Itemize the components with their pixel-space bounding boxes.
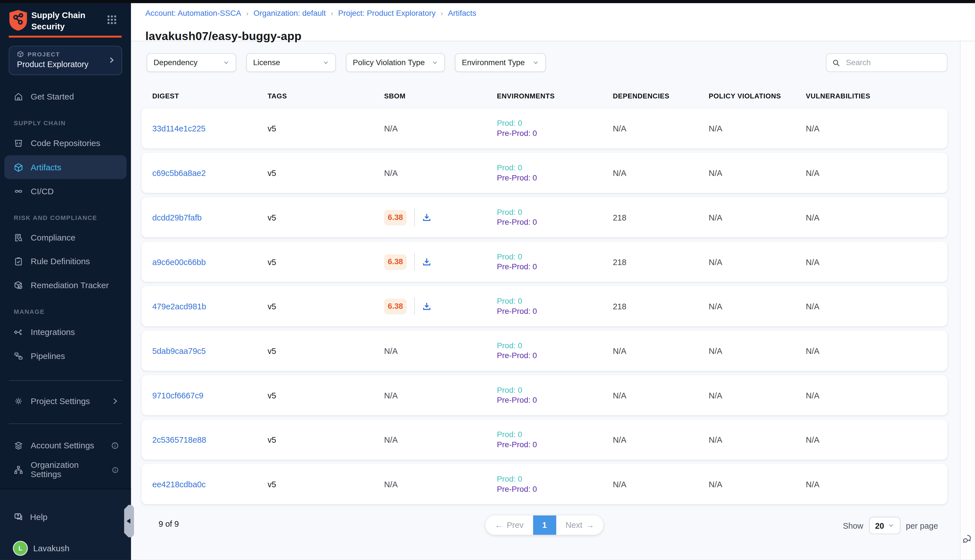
sbom-na: N/A bbox=[384, 390, 398, 400]
sidebar-item-integrations[interactable]: Integrations bbox=[5, 320, 127, 344]
env-prod: Prod: 0 bbox=[497, 207, 613, 217]
user-menu[interactable]: L Lavakush bbox=[5, 538, 127, 558]
section-label-risk-and-compliance: RISK AND COMPLIANCE bbox=[14, 214, 97, 221]
download-sbom-icon[interactable] bbox=[422, 257, 432, 267]
vulnerabilities-value: N/A bbox=[806, 302, 937, 311]
page-header: Account: Automation-SSCA › Organization:… bbox=[131, 3, 975, 41]
env-preprod: Pre-Prod: 0 bbox=[497, 395, 613, 406]
sidebar-divider bbox=[9, 380, 122, 381]
sidebar-item-artifacts[interactable]: Artifacts bbox=[5, 155, 127, 179]
policy-violations-value: N/A bbox=[709, 390, 806, 400]
env-preprod: Pre-Prod: 0 bbox=[497, 217, 613, 228]
breadcrumb-organization[interactable]: Organization: default bbox=[254, 9, 326, 17]
artifact-row: 2c5365718e88 v5 N/A Prod: 0 Pre-Prod: 0 … bbox=[142, 420, 947, 460]
environments-cell: Prod: 0 Pre-Prod: 0 bbox=[497, 252, 613, 272]
sbom-na: N/A bbox=[384, 435, 398, 444]
sidebar-collapse-handle[interactable] bbox=[124, 505, 134, 537]
tag-value: v5 bbox=[267, 435, 384, 444]
sbom-group: 6.38 bbox=[384, 253, 497, 270]
license-filter-select[interactable]: License bbox=[246, 53, 336, 72]
environments-cell: Prod: 0 Pre-Prod: 0 bbox=[497, 474, 613, 494]
sidebar-item-pipelines[interactable]: Pipelines bbox=[5, 344, 127, 367]
tag-value: v5 bbox=[267, 168, 384, 177]
project-selector[interactable]: PROJECT Product Exploratory bbox=[9, 46, 122, 75]
policy-violations-value: N/A bbox=[709, 213, 806, 222]
right-gutter bbox=[960, 42, 975, 560]
breadcrumb-project[interactable]: Project: Product Exploratory bbox=[338, 9, 436, 17]
sbom-score-badge[interactable]: 6.38 bbox=[384, 254, 407, 270]
search-input[interactable] bbox=[845, 58, 948, 68]
environments-cell: Prod: 0 Pre-Prod: 0 bbox=[497, 162, 613, 183]
download-sbom-icon[interactable] bbox=[422, 212, 432, 222]
app-switcher-grid-icon[interactable] bbox=[107, 14, 117, 25]
env-prod: Prod: 0 bbox=[497, 296, 613, 306]
environment-type-filter-select[interactable]: Environment Type bbox=[455, 53, 546, 72]
chevron-down-icon bbox=[223, 60, 229, 66]
sbom-cell: 6.38 bbox=[384, 253, 497, 270]
dependencies-value[interactable]: 218 bbox=[613, 302, 709, 311]
artifact-table-body: 33d114e1c225 v5 N/A Prod: 0 Pre-Prod: 0 … bbox=[142, 108, 947, 504]
digest-link[interactable]: ee4218cdba0c bbox=[152, 479, 268, 489]
download-sbom-icon[interactable] bbox=[422, 301, 432, 311]
next-page-button[interactable]: Next → bbox=[556, 515, 603, 535]
project-label: PROJECT bbox=[28, 51, 60, 58]
digest-link[interactable]: a9c6e00c66bb bbox=[152, 257, 268, 267]
digest-link[interactable]: 9710cf6667c9 bbox=[152, 390, 268, 400]
sbom-cell: 6.38 bbox=[384, 297, 497, 315]
sidebar: Supply Chain Security PROJECT Product Ex… bbox=[0, 0, 131, 560]
sidebar-item-project-settings[interactable]: Project Settings bbox=[5, 389, 127, 413]
sidebar-item-compliance[interactable]: Compliance bbox=[5, 226, 127, 249]
sidebar-item-get-started[interactable]: Get Started bbox=[5, 85, 127, 108]
digest-link[interactable]: 5dab9caa79c5 bbox=[152, 346, 268, 355]
breadcrumb-artifacts[interactable]: Artifacts bbox=[448, 9, 476, 17]
sidebar-item-rule-definitions[interactable]: Rule Definitions bbox=[5, 249, 127, 273]
tag-value: v5 bbox=[267, 213, 384, 222]
dependencies-value[interactable]: 218 bbox=[613, 213, 709, 222]
page-size-select[interactable]: 20 bbox=[869, 517, 900, 534]
env-prod: Prod: 0 bbox=[497, 430, 613, 440]
policy-violation-type-filter-select[interactable]: Policy Violation Type bbox=[346, 53, 445, 72]
infinity-icon bbox=[14, 187, 23, 196]
window-top-edge bbox=[0, 0, 975, 3]
sidebar-item-remediation-tracker[interactable]: Remediation Tracker bbox=[5, 273, 127, 297]
prev-page-button[interactable]: ← Prev bbox=[486, 515, 533, 535]
page-number-button[interactable]: 1 bbox=[533, 515, 556, 535]
sbom-score-badge[interactable]: 6.38 bbox=[384, 210, 407, 225]
sidebar-item-help[interactable]: Help bbox=[5, 507, 127, 527]
pagination-controls: ← Prev 1 Next → bbox=[486, 515, 604, 535]
sidebar-item-account-settings[interactable]: Account Settings bbox=[5, 433, 127, 457]
env-preprod: Pre-Prod: 0 bbox=[497, 262, 613, 272]
digest-link[interactable]: dcdd29b7fafb bbox=[152, 213, 268, 222]
avatar: L bbox=[14, 542, 27, 555]
tag-value: v5 bbox=[267, 390, 384, 400]
arrow-left-icon: ← bbox=[495, 520, 503, 530]
env-prod: Prod: 0 bbox=[497, 340, 613, 351]
policy-violations-value: N/A bbox=[709, 257, 806, 267]
home-icon bbox=[14, 92, 23, 101]
policy-violations-value: N/A bbox=[709, 302, 806, 311]
digest-link[interactable]: 2c5365718e88 bbox=[152, 435, 268, 444]
arrow-right-icon: → bbox=[586, 520, 594, 530]
sidebar-item-organization-settings[interactable]: Organization Settings bbox=[5, 458, 127, 482]
chevron-down-icon bbox=[323, 60, 329, 66]
sbom-score-badge[interactable]: 6.38 bbox=[384, 298, 407, 314]
vulnerabilities-value: N/A bbox=[806, 257, 937, 267]
artifacts-cube-icon bbox=[14, 162, 23, 172]
sbom-group: 6.38 bbox=[384, 297, 497, 315]
dependencies-value[interactable]: 218 bbox=[613, 257, 709, 267]
sbom-divider bbox=[414, 297, 415, 315]
sidebar-item-cicd[interactable]: CI/CD bbox=[5, 179, 127, 203]
digest-link[interactable]: c69c5b6a8ae2 bbox=[152, 168, 268, 177]
dependencies-value: N/A bbox=[613, 390, 709, 400]
sbom-divider bbox=[414, 253, 415, 270]
sidebar-item-code-repositories[interactable]: Code Repositories bbox=[5, 131, 127, 155]
dependency-filter-select[interactable]: Dependency bbox=[147, 53, 236, 72]
digest-link[interactable]: 479e2acd981b bbox=[152, 302, 268, 311]
digest-link[interactable]: 33d114e1c225 bbox=[152, 124, 268, 133]
breadcrumb-account[interactable]: Account: Automation-SSCA bbox=[145, 9, 241, 17]
dependencies-value: N/A bbox=[613, 168, 709, 177]
chevron-down-icon bbox=[888, 522, 894, 528]
chat-bubbles-icon[interactable] bbox=[963, 533, 974, 544]
breadcrumb-separator: › bbox=[331, 9, 333, 17]
tag-value: v5 bbox=[267, 257, 384, 267]
